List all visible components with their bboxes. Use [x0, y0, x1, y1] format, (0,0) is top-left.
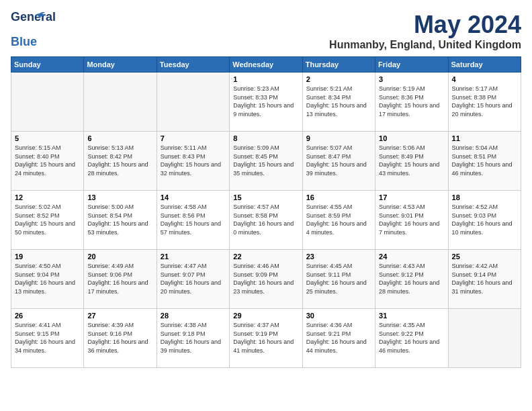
cell-content: Sunrise: 5:07 AMSunset: 8:47 PMDaylight:…: [306, 144, 371, 177]
calendar-cell: 21 Sunrise: 4:47 AMSunset: 9:07 PMDaylig…: [157, 250, 229, 309]
day-number: 28: [161, 312, 226, 320]
weekday-header-saturday: Saturday: [448, 57, 521, 73]
cell-content: Sunrise: 4:53 AMSunset: 9:01 PMDaylight:…: [379, 203, 444, 236]
day-number: 2: [306, 75, 371, 83]
day-number: 18: [452, 193, 517, 201]
calendar-cell: 1 Sunrise: 5:23 AMSunset: 8:33 PMDayligh…: [230, 73, 302, 132]
calendar-cell: 24 Sunrise: 4:43 AMSunset: 9:12 PMDaylig…: [375, 250, 448, 309]
week-row-5: 26 Sunrise: 4:41 AMSunset: 9:15 PMDaylig…: [11, 309, 521, 368]
calendar-cell: 8 Sunrise: 5:09 AMSunset: 8:45 PMDayligh…: [230, 132, 302, 191]
day-number: 8: [233, 134, 298, 142]
cell-content: Sunrise: 4:58 AMSunset: 8:56 PMDaylight:…: [161, 203, 226, 236]
calendar-cell: 26 Sunrise: 4:41 AMSunset: 9:15 PMDaylig…: [11, 309, 84, 368]
calendar-cell: 23 Sunrise: 4:45 AMSunset: 9:11 PMDaylig…: [302, 250, 375, 309]
week-row-4: 19 Sunrise: 4:50 AMSunset: 9:04 PMDaylig…: [11, 250, 521, 309]
day-number: 10: [379, 134, 444, 142]
day-number: 27: [87, 312, 152, 320]
day-number: 4: [452, 75, 517, 83]
cell-content: Sunrise: 4:43 AMSunset: 9:12 PMDaylight:…: [379, 262, 444, 295]
day-number: 19: [15, 253, 80, 261]
cell-content: Sunrise: 4:41 AMSunset: 9:15 PMDaylight:…: [15, 321, 80, 355]
weekday-header-sunday: Sunday: [11, 57, 84, 73]
weekday-header-tuesday: Tuesday: [157, 57, 229, 73]
calendar-cell: 3 Sunrise: 5:19 AMSunset: 8:36 PMDayligh…: [375, 73, 448, 132]
calendar-cell: 18 Sunrise: 4:52 AMSunset: 9:03 PMDaylig…: [448, 191, 521, 250]
cell-content: Sunrise: 4:45 AMSunset: 9:11 PMDaylight:…: [306, 262, 371, 295]
day-number: 3: [379, 75, 444, 83]
cell-content: Sunrise: 4:47 AMSunset: 9:07 PMDaylight:…: [161, 262, 226, 295]
day-number: 20: [87, 253, 152, 261]
calendar-cell: 11 Sunrise: 5:04 AMSunset: 8:51 PMDaylig…: [448, 132, 521, 191]
calendar-cell: 22 Sunrise: 4:46 AMSunset: 9:09 PMDaylig…: [230, 250, 302, 309]
day-number: 17: [379, 193, 444, 201]
cell-content: Sunrise: 4:52 AMSunset: 9:03 PMDaylight:…: [452, 203, 517, 236]
cell-content: Sunrise: 4:38 AMSunset: 9:18 PMDaylight:…: [161, 321, 226, 355]
weekday-header-wednesday: Wednesday: [230, 57, 302, 73]
calendar-cell: 31 Sunrise: 4:35 AMSunset: 9:22 PMDaylig…: [375, 309, 448, 368]
cell-content: Sunrise: 4:57 AMSunset: 8:58 PMDaylight:…: [233, 203, 298, 236]
logo: General Blue: [11, 11, 43, 49]
cell-content: Sunrise: 5:23 AMSunset: 8:33 PMDaylight:…: [233, 85, 298, 118]
calendar-cell: 25 Sunrise: 4:42 AMSunset: 9:14 PMDaylig…: [448, 250, 521, 309]
weekday-header-row: SundayMondayTuesdayWednesdayThursdayFrid…: [11, 57, 521, 73]
month-title: May 2024: [329, 11, 521, 39]
cell-content: Sunrise: 4:37 AMSunset: 9:19 PMDaylight:…: [233, 321, 298, 355]
day-number: 23: [306, 253, 371, 261]
day-number: 22: [233, 253, 298, 261]
calendar-cell: 17 Sunrise: 4:53 AMSunset: 9:01 PMDaylig…: [375, 191, 448, 250]
day-number: 7: [161, 134, 226, 142]
cell-content: Sunrise: 5:21 AMSunset: 8:34 PMDaylight:…: [306, 85, 371, 118]
calendar-cell: 2 Sunrise: 5:21 AMSunset: 8:34 PMDayligh…: [302, 73, 375, 132]
day-number: 21: [161, 253, 226, 261]
cell-content: Sunrise: 5:19 AMSunset: 8:36 PMDaylight:…: [379, 85, 444, 118]
day-number: 1: [233, 75, 298, 83]
calendar-cell: 7 Sunrise: 5:11 AMSunset: 8:43 PMDayligh…: [157, 132, 229, 191]
calendar-table: SundayMondayTuesdayWednesdayThursdayFrid…: [11, 56, 521, 368]
calendar-cell: 30 Sunrise: 4:36 AMSunset: 9:21 PMDaylig…: [302, 309, 375, 368]
calendar-cell: 12 Sunrise: 5:02 AMSunset: 8:52 PMDaylig…: [11, 191, 84, 250]
calendar-cell: [448, 309, 521, 368]
calendar-cell: 13 Sunrise: 5:00 AMSunset: 8:54 PMDaylig…: [84, 191, 157, 250]
day-number: 25: [452, 253, 517, 261]
calendar-cell: 9 Sunrise: 5:07 AMSunset: 8:47 PMDayligh…: [302, 132, 375, 191]
cell-content: Sunrise: 4:50 AMSunset: 9:04 PMDaylight:…: [15, 262, 80, 295]
calendar-cell: 10 Sunrise: 5:06 AMSunset: 8:49 PMDaylig…: [375, 132, 448, 191]
cell-content: Sunrise: 5:17 AMSunset: 8:38 PMDaylight:…: [452, 85, 517, 118]
day-number: 31: [379, 312, 444, 320]
weekday-header-thursday: Thursday: [302, 57, 375, 73]
calendar-cell: 14 Sunrise: 4:58 AMSunset: 8:56 PMDaylig…: [157, 191, 229, 250]
day-number: 16: [306, 193, 371, 201]
calendar-cell: [11, 73, 84, 132]
cell-content: Sunrise: 4:39 AMSunset: 9:16 PMDaylight:…: [87, 321, 152, 355]
cell-content: Sunrise: 5:11 AMSunset: 8:43 PMDaylight:…: [161, 144, 226, 177]
calendar-cell: 6 Sunrise: 5:13 AMSunset: 8:42 PMDayligh…: [84, 132, 157, 191]
cell-content: Sunrise: 5:00 AMSunset: 8:54 PMDaylight:…: [87, 203, 152, 236]
calendar-cell: 27 Sunrise: 4:39 AMSunset: 9:16 PMDaylig…: [84, 309, 157, 368]
cell-content: Sunrise: 5:04 AMSunset: 8:51 PMDaylight:…: [452, 144, 517, 177]
cell-content: Sunrise: 5:13 AMSunset: 8:42 PMDaylight:…: [87, 144, 152, 177]
title-section: May 2024 Hunmanby, England, United Kingd…: [329, 11, 521, 51]
calendar-cell: [84, 73, 157, 132]
day-number: 24: [379, 253, 444, 261]
day-number: 29: [233, 312, 298, 320]
cell-content: Sunrise: 4:36 AMSunset: 9:21 PMDaylight:…: [306, 321, 371, 355]
cell-content: Sunrise: 4:42 AMSunset: 9:14 PMDaylight:…: [452, 262, 517, 295]
day-number: 13: [87, 193, 152, 201]
calendar-cell: [157, 73, 229, 132]
day-number: 26: [15, 312, 80, 320]
day-number: 14: [161, 193, 226, 201]
day-number: 9: [306, 134, 371, 142]
cell-content: Sunrise: 4:46 AMSunset: 9:09 PMDaylight:…: [233, 262, 298, 295]
cell-content: Sunrise: 5:09 AMSunset: 8:45 PMDaylight:…: [233, 144, 298, 177]
page-header: General Blue May 2024 Hunmanby, England,…: [11, 11, 521, 51]
calendar-cell: 16 Sunrise: 4:55 AMSunset: 8:59 PMDaylig…: [302, 191, 375, 250]
weekday-header-friday: Friday: [375, 57, 448, 73]
day-number: 6: [87, 134, 152, 142]
calendar-cell: 29 Sunrise: 4:37 AMSunset: 9:19 PMDaylig…: [230, 309, 302, 368]
cell-content: Sunrise: 4:49 AMSunset: 9:06 PMDaylight:…: [87, 262, 152, 295]
week-row-2: 5 Sunrise: 5:15 AMSunset: 8:40 PMDayligh…: [11, 132, 521, 191]
cell-content: Sunrise: 4:35 AMSunset: 9:22 PMDaylight:…: [379, 321, 444, 355]
cell-content: Sunrise: 5:06 AMSunset: 8:49 PMDaylight:…: [379, 144, 444, 177]
calendar-cell: 20 Sunrise: 4:49 AMSunset: 9:06 PMDaylig…: [84, 250, 157, 309]
cell-content: Sunrise: 4:55 AMSunset: 8:59 PMDaylight:…: [306, 203, 371, 236]
